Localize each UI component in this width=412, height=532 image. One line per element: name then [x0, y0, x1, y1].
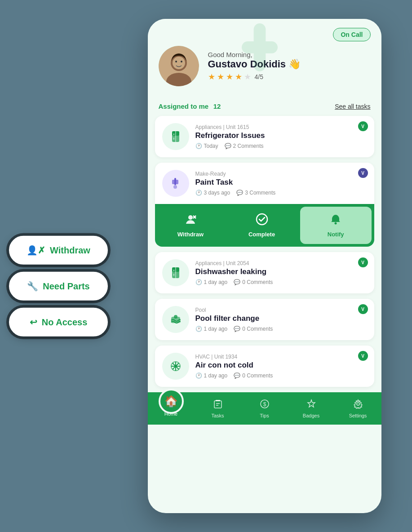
- task-icon-refrigerator: [162, 123, 189, 150]
- withdraw-button[interactable]: 👤✗ Withdraw: [9, 236, 108, 265]
- task-info-pool: Pool Pool filter change 🕐 1 day ago 💬 0 …: [195, 307, 367, 332]
- svg-rect-25: [173, 274, 174, 276]
- task-comments: 💬 2 Comments: [225, 143, 264, 149]
- badges-label: Badges: [303, 413, 319, 418]
- task-card-dishwasher[interactable]: Appliances | Unit 2054 Dishwasher leakin…: [155, 252, 374, 293]
- task-time-pool: 🕐 1 day ago: [195, 326, 228, 332]
- svg-point-19: [257, 214, 267, 225]
- notify-action[interactable]: Notify: [300, 207, 372, 244]
- withdraw-action-icon: [184, 213, 197, 228]
- task-icon-hvac: [162, 353, 189, 380]
- task-comments-paint: 💬 3 Comments: [236, 190, 275, 196]
- svg-rect-14: [172, 180, 178, 184]
- task-card-paint[interactable]: Make-Ready Paint Task 🕐 3 days ago 💬 3 C…: [155, 163, 374, 204]
- nav-badges[interactable]: Badges: [288, 395, 335, 422]
- clock-icon-pool: 🕐: [195, 326, 202, 332]
- svg-text:$: $: [263, 401, 266, 408]
- task-comments-hvac: 💬 0 Comments: [234, 372, 273, 379]
- no-access-icon: ↩: [30, 317, 37, 328]
- user-avatar-dot: V: [358, 121, 368, 131]
- left-action-buttons: 👤✗ Withdraw 🔧 Need Parts ↩ No Access: [9, 236, 108, 337]
- comment-icon-paint: 💬: [236, 190, 243, 196]
- bottom-navigation: 🏠 Home Tasks $ Tips: [148, 392, 381, 425]
- svg-point-5: [173, 57, 185, 69]
- task-category-paint: Make-Ready: [195, 171, 367, 177]
- task-comments-pool: 💬 0 Comments: [234, 326, 273, 332]
- no-access-label: No Access: [42, 317, 88, 327]
- task-title-hvac: Air con not cold: [195, 361, 367, 370]
- svg-point-40: [357, 403, 359, 405]
- task-title-pool: Pool filter change: [195, 314, 367, 323]
- task-info-paint: Make-Ready Paint Task 🕐 3 days ago 💬 3 C…: [195, 171, 367, 196]
- user-avatar-dot-dishwasher: V: [358, 257, 368, 267]
- complete-action[interactable]: Complete: [226, 204, 297, 247]
- comment-icon-hvac: 💬: [234, 372, 240, 379]
- star-2: ★: [217, 72, 224, 82]
- user-avatar-dot-pool: V: [358, 304, 368, 314]
- wrench-icon: 🔧: [27, 281, 38, 292]
- task-time: 🕐 Today: [195, 143, 218, 149]
- svg-point-7: [181, 61, 182, 62]
- comment-icon: 💬: [225, 143, 231, 149]
- task-meta-pool: 🕐 1 day ago 💬 0 Comments: [195, 326, 367, 332]
- svg-point-15: [173, 185, 177, 189]
- star-3: ★: [226, 72, 233, 82]
- withdraw-action[interactable]: Withdraw: [155, 204, 226, 247]
- task-category-dishwasher: Appliances | Unit 2054: [195, 260, 367, 266]
- tasks-icon: [213, 399, 223, 411]
- task-title-paint: Paint Task: [195, 178, 367, 187]
- task-icon-dishwasher: [162, 259, 189, 286]
- task-meta: 🕐 Today 💬 2 Comments: [195, 143, 367, 149]
- complete-action-label: Complete: [248, 231, 275, 238]
- settings-icon: [353, 399, 363, 411]
- svg-rect-35: [214, 401, 222, 408]
- home-circle: 🏠: [159, 389, 184, 414]
- task-category: Appliances | Unit 1615: [195, 124, 367, 130]
- task-time-paint: 🕐 3 days ago: [195, 190, 230, 196]
- nav-tips[interactable]: $ Tips: [241, 395, 288, 422]
- notify-action-icon: [329, 213, 342, 228]
- complete-action-icon: [256, 213, 268, 228]
- task-icon-pool: [162, 306, 189, 333]
- tasks-label: Tasks: [211, 413, 224, 418]
- user-avatar-dot-paint: V: [358, 168, 368, 178]
- task-icon-paint: [162, 170, 189, 197]
- task-info-dishwasher: Appliances | Unit 2054 Dishwasher leakin…: [195, 260, 367, 285]
- star-4: ★: [235, 72, 242, 82]
- task-info-refrigerator: Appliances | Unit 1615 Refrigerator Issu…: [195, 124, 367, 149]
- paint-task-section: Make-Ready Paint Task 🕐 3 days ago 💬 3 C…: [155, 163, 374, 247]
- avatar: [159, 46, 199, 86]
- tips-label: Tips: [260, 413, 269, 418]
- task-card-pool[interactable]: Pool Pool filter change 🕐 1 day ago 💬 0 …: [155, 299, 374, 340]
- svg-point-20: [335, 222, 337, 225]
- task-card-refrigerator[interactable]: Appliances | Unit 1615 Refrigerator Issu…: [155, 116, 374, 157]
- user-avatar-dot-hvac: V: [358, 351, 368, 361]
- task-comments-dishwasher: 💬 0 Comments: [234, 279, 273, 285]
- task-category-pool: Pool: [195, 307, 367, 313]
- nav-settings[interactable]: Settings: [335, 395, 381, 422]
- home-icon: 🏠: [164, 395, 178, 408]
- task-meta-dishwasher: 🕐 1 day ago 💬 0 Comments: [195, 279, 367, 285]
- clock-icon: 🕐: [195, 143, 202, 149]
- comment-icon-pool: 💬: [234, 326, 240, 332]
- phone-frame: On Call Good Morning,: [148, 19, 381, 513]
- task-meta-hvac: 🕐 1 day ago 💬 0 Comments: [195, 372, 367, 379]
- withdraw-label: Withdraw: [50, 245, 90, 255]
- task-info-hvac: HVAC | Unit 1934 Air con not cold 🕐 1 da…: [195, 354, 367, 379]
- svg-point-33: [174, 365, 177, 368]
- need-parts-button[interactable]: 🔧 Need Parts: [9, 272, 108, 301]
- svg-point-6: [175, 61, 177, 62]
- task-meta-paint: 🕐 3 days ago 💬 3 Comments: [195, 190, 367, 196]
- no-access-button[interactable]: ↩ No Access: [9, 308, 108, 337]
- svg-rect-24: [173, 270, 174, 271]
- svg-rect-12: [173, 137, 174, 140]
- withdraw-action-label: Withdraw: [177, 231, 204, 238]
- see-all-tasks-link[interactable]: See all tasks: [335, 103, 370, 110]
- settings-label: Settings: [349, 413, 367, 418]
- tips-icon: $: [260, 399, 270, 411]
- nav-home[interactable]: 🏠 Home: [148, 397, 195, 420]
- nav-tasks[interactable]: Tasks: [195, 395, 241, 422]
- task-title: Refrigerator Issues: [195, 131, 367, 140]
- need-parts-label: Need Parts: [43, 281, 90, 291]
- task-card-hvac[interactable]: HVAC | Unit 1934 Air con not cold 🕐 1 da…: [155, 346, 374, 387]
